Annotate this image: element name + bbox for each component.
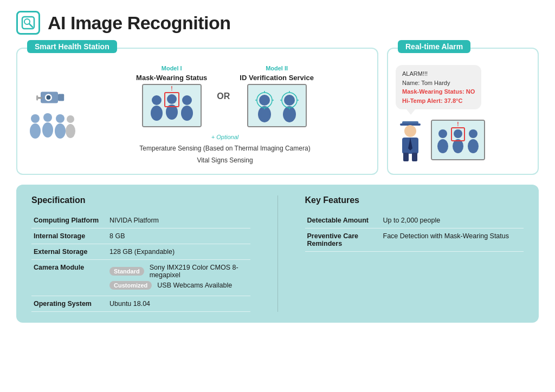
- svg-point-13: [56, 114, 64, 123]
- people-row: [27, 110, 76, 143]
- spec-value-camera: Standard Sony IMX219 Color CMOS 8-megapi…: [107, 260, 250, 296]
- model1-title: Mask-Wearing Status: [136, 74, 207, 82]
- svg-point-53: [469, 129, 477, 138]
- page-title: AI Image Recognition: [48, 12, 231, 34]
- kf-label-detectable: Detectable Amount: [305, 213, 381, 228]
- model1-label: Model I: [162, 65, 182, 71]
- svg-point-49: [438, 129, 447, 138]
- svg-point-9: [31, 114, 40, 123]
- alarm-bottom: !: [396, 118, 485, 161]
- svg-point-34: [284, 95, 295, 106]
- spec-row-computing: Computing Platform NIVIDA Platform: [31, 213, 250, 228]
- spec-row-os: Operating System Ubuntu 18.04: [31, 296, 250, 312]
- camera-text1: Sony IMX219 Color CMOS 8-megapixel: [150, 264, 248, 279]
- svg-text:!: !: [171, 86, 172, 92]
- extra-feature2: Vital Signs Sensing: [197, 156, 253, 164]
- camera-text2: USB Webcams Available: [157, 282, 232, 289]
- camera-line2: Customized USB Webcams Available: [109, 281, 248, 290]
- svg-point-19: [151, 106, 163, 121]
- kf-row-detectable: Detectable Amount Up to 2,000 people: [305, 213, 524, 228]
- svg-point-16: [66, 124, 75, 138]
- svg-point-51: [454, 129, 462, 138]
- model2-screen: [248, 85, 306, 126]
- speech-bubble: ALARM!!! Name: Tom Hardy Mask-Wearing St…: [396, 65, 481, 109]
- badge-standard: Standard: [109, 267, 144, 276]
- svg-point-27: [259, 95, 270, 106]
- model1-monitor: !: [142, 84, 202, 127]
- spec-label-internal: Internal Storage: [31, 228, 107, 244]
- shs-label: Smart Health Station: [27, 40, 117, 53]
- svg-point-12: [42, 122, 53, 138]
- svg-point-22: [182, 95, 192, 105]
- spec-row-internal: Internal Storage 8 GB: [31, 228, 250, 244]
- realtime-alarm-box: Real-time Alarm ALARM!!! Name: Tom Hardy…: [387, 48, 539, 175]
- extra-feature1: Temperature Sensing (Based on Thermal Im…: [139, 145, 310, 152]
- bubble-line4: Hi-Temp Alert: 37.8°C: [402, 96, 475, 106]
- models-row: Model I Mask-Wearing Status: [82, 65, 367, 127]
- bubble-line3: Mask-Wearing Status: NO: [402, 87, 475, 96]
- alarm-monitor: !: [431, 120, 485, 160]
- alarm-screen-svg: !: [432, 121, 484, 159]
- model2-monitor: [247, 84, 307, 127]
- page: AI Image Recognition Smart Health Statio…: [0, 0, 555, 334]
- spec-label-os: Operating System: [31, 296, 107, 312]
- spec-value-internal: 8 GB: [107, 228, 250, 244]
- spec-column-right: Key Features Detectable Amount Up to 2,0…: [305, 195, 524, 312]
- svg-line-2: [29, 24, 33, 27]
- bubble-line2: Name: Tom Hardy: [402, 79, 475, 88]
- svg-point-15: [67, 115, 74, 123]
- camera-icon: [35, 87, 68, 108]
- camera-group: [27, 87, 76, 143]
- key-features-heading: Key Features: [305, 195, 524, 205]
- models-area: Model I Mask-Wearing Status: [82, 65, 367, 164]
- model1-block: Model I Mask-Wearing Status: [136, 65, 207, 127]
- spec-table: Computing Platform NIVIDA Platform Inter…: [31, 213, 250, 312]
- shs-content: Model I Mask-Wearing Status: [27, 65, 367, 164]
- model2-block: Model II ID Verification Service: [240, 65, 314, 127]
- svg-point-23: [181, 106, 193, 121]
- spec-label-external: External Storage: [31, 244, 107, 260]
- svg-point-18: [152, 95, 162, 105]
- spec-label-computing: Computing Platform: [31, 213, 107, 228]
- camera-line1: Standard Sony IMX219 Color CMOS 8-megapi…: [109, 264, 248, 279]
- svg-point-10: [30, 123, 41, 139]
- kf-value-detectable: Up to 2,000 people: [381, 213, 524, 228]
- sections-row: Smart Health Station: [16, 48, 539, 175]
- key-features-table: Detectable Amount Up to 2,000 people Pre…: [305, 213, 524, 252]
- specification-section: Specification Computing Platform NIVIDA …: [16, 185, 539, 323]
- svg-rect-8: [36, 95, 38, 101]
- kf-label-preventive: Preventive Care Reminders: [305, 228, 381, 252]
- spec-row-camera: Camera Module Standard Sony IMX219 Color…: [31, 260, 250, 296]
- model2-title: ID Verification Service: [240, 74, 314, 82]
- ai-icon: [16, 11, 40, 35]
- or-label: OR: [217, 92, 230, 101]
- smart-health-station-box: Smart Health Station: [16, 48, 378, 175]
- header: AI Image Recognition: [16, 11, 539, 35]
- spec-heading: Specification: [31, 195, 250, 205]
- svg-rect-46: [403, 153, 409, 161]
- badge-customized: Customized: [109, 281, 152, 290]
- spec-value-os: Ubuntu 18.04: [107, 296, 250, 312]
- svg-point-11: [43, 113, 52, 122]
- svg-point-20: [167, 94, 177, 104]
- model2-label: Model II: [266, 65, 288, 71]
- svg-rect-4: [58, 94, 64, 101]
- alarm-content: ALARM!!! Name: Tom Hardy Mask-Wearing St…: [396, 65, 530, 161]
- svg-point-50: [437, 139, 448, 153]
- svg-point-6: [46, 95, 50, 100]
- model1-screen: !: [143, 85, 201, 126]
- kf-value-preventive: Face Detection with Mask-Wearing Status: [381, 228, 524, 252]
- kf-row-preventive: Preventive Care Reminders Face Detection…: [305, 228, 524, 252]
- spec-row-external: External Storage 128 GB (Expandable): [31, 244, 250, 260]
- spec-value-external: 128 GB (Expandable): [107, 244, 250, 260]
- svg-text:!: !: [457, 121, 459, 127]
- spec-divider: [278, 195, 278, 312]
- optional-text: + Optional: [211, 134, 238, 140]
- security-person-svg: [396, 118, 425, 161]
- svg-point-43: [404, 125, 416, 137]
- spec-value-computing: NIVIDA Platform: [107, 213, 250, 228]
- rta-label: Real-time Alarm: [398, 40, 470, 53]
- people-svg: [27, 110, 76, 143]
- svg-rect-26: [248, 85, 306, 126]
- svg-point-54: [468, 139, 479, 153]
